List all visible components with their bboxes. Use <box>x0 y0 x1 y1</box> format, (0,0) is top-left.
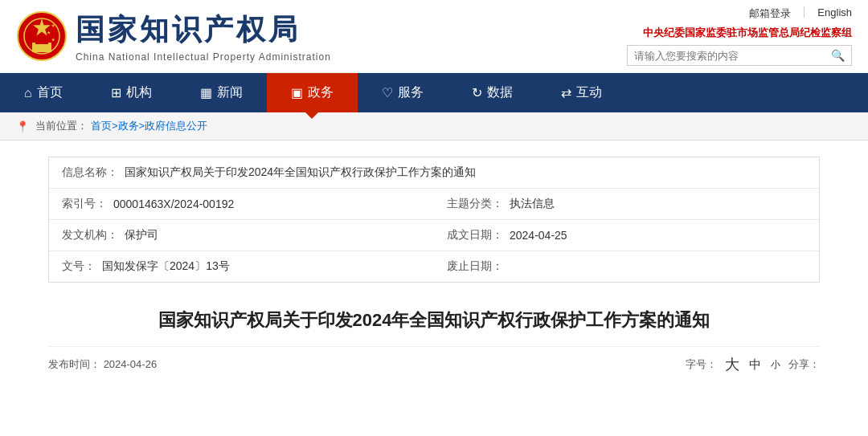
logo-en: China National Intellectual Property Adm… <box>76 51 331 63</box>
info-cell-category: 主题分类： 执法信息 <box>434 189 819 219</box>
nav-label-news: 新闻 <box>217 84 243 101</box>
svg-rect-8 <box>45 39 48 44</box>
breadcrumb-path[interactable]: 首页>政务>政府信息公开 <box>91 119 207 133</box>
nav-item-news[interactable]: ▦ 新闻 <box>176 73 267 112</box>
publish-time-label: 发布时间： <box>48 358 100 370</box>
org-icon: ⊞ <box>111 85 121 100</box>
mailbox-link[interactable]: 邮箱登录 <box>749 6 791 21</box>
org-label: 发文机构： <box>62 228 118 242</box>
category-label: 主题分类： <box>447 197 503 211</box>
main-nav: ⌂ 首页 ⊞ 机构 ▦ 新闻 ▣ 政务 ♡ 服务 ↻ 数据 ⇄ 互动 <box>0 73 868 112</box>
top-notice[interactable]: 中央纪委国家监委驻市场监管总局纪检监察组 <box>643 26 852 40</box>
date-label: 成文日期： <box>447 228 503 242</box>
info-row-org: 发文机构： 保护司 成文日期： 2024-04-25 <box>49 220 819 251</box>
footer-bar: 发布时间： 2024-04-26 字号： 大 中 小 分享： <box>48 346 820 382</box>
logo-emblem-icon <box>16 10 68 62</box>
nav-label-gov: 政务 <box>308 84 334 101</box>
font-medium-button[interactable]: 中 <box>747 357 763 373</box>
info-cell-expire: 废止日期： <box>434 251 819 282</box>
font-size-label: 字号： <box>686 357 717 372</box>
header-right: 邮箱登录 English 中央纪委国家监委驻市场监管总局纪检监察组 🔍 <box>627 6 852 66</box>
service-icon: ♡ <box>382 85 393 100</box>
nav-item-interact[interactable]: ⇄ 互动 <box>537 73 626 112</box>
nav-item-gov[interactable]: ▣ 政务 <box>267 73 358 112</box>
info-row-docnum: 文号： 国知发保字〔2024〕13号 废止日期： <box>49 251 819 282</box>
location-icon: 📍 <box>16 120 29 132</box>
svg-rect-9 <box>39 40 45 44</box>
index-label: 索引号： <box>62 197 107 211</box>
expire-label: 废止日期： <box>447 259 503 274</box>
home-icon: ⌂ <box>24 86 32 100</box>
info-row-index: 索引号： 00001463X/2024-00192 主题分类： 执法信息 <box>49 189 819 220</box>
font-small-button[interactable]: 小 <box>769 358 782 372</box>
nav-label-org: 机构 <box>126 84 152 101</box>
search-box: 🔍 <box>627 45 852 66</box>
interact-icon: ⇄ <box>561 85 571 100</box>
svg-rect-7 <box>35 39 39 44</box>
font-large-button[interactable]: 大 <box>723 355 741 374</box>
info-cell-docnum: 文号： 国知发保字〔2024〕13号 <box>49 251 434 282</box>
doc-num-value: 国知发保字〔2024〕13号 <box>102 259 230 274</box>
publish-time: 发布时间： 2024-04-26 <box>48 357 157 372</box>
news-icon: ▦ <box>200 85 212 100</box>
divider <box>804 6 805 18</box>
logo-cn: 国家知识产权局 <box>76 10 331 50</box>
nav-label-service: 服务 <box>398 84 424 101</box>
breadcrumb: 📍 当前位置： 首页>政务>政府信息公开 <box>0 112 868 141</box>
info-cell-index: 索引号： 00001463X/2024-00192 <box>49 189 434 219</box>
font-controls: 字号： 大 中 小 分享： <box>686 355 820 374</box>
share-label: 分享： <box>788 357 820 372</box>
doc-num-label: 文号： <box>62 259 96 274</box>
index-value: 00001463X/2024-00192 <box>113 198 234 210</box>
date-value: 2024-04-25 <box>510 229 567 242</box>
search-button[interactable]: 🔍 <box>831 49 845 62</box>
breadcrumb-prefix: 当前位置： <box>35 119 88 133</box>
info-title-label: 信息名称： <box>62 165 118 180</box>
site-header: 国家知识产权局 China National Intellectual Prop… <box>0 0 868 73</box>
english-link[interactable]: English <box>817 6 852 21</box>
nav-item-service[interactable]: ♡ 服务 <box>358 73 448 112</box>
info-cell-date: 成文日期： 2024-04-25 <box>434 220 819 251</box>
nav-item-org[interactable]: ⊞ 机构 <box>87 73 176 112</box>
main-content: 信息名称： 国家知识产权局关于印发2024年全国知识产权行政保护工作方案的通知 … <box>0 141 868 398</box>
info-table: 信息名称： 国家知识产权局关于印发2024年全国知识产权行政保护工作方案的通知 … <box>48 157 820 283</box>
logo-text: 国家知识产权局 China National Intellectual Prop… <box>76 10 331 63</box>
org-value: 保护司 <box>125 228 158 242</box>
info-row-title: 信息名称： 国家知识产权局关于印发2024年全国知识产权行政保护工作方案的通知 <box>49 157 819 189</box>
nav-label-home: 首页 <box>37 84 63 101</box>
category-value: 执法信息 <box>510 197 555 211</box>
nav-label-data: 数据 <box>487 84 513 101</box>
logo-area: 国家知识产权局 China National Intellectual Prop… <box>16 10 331 63</box>
gov-icon: ▣ <box>291 85 303 100</box>
nav-item-data[interactable]: ↻ 数据 <box>448 73 537 112</box>
nav-label-interact: 互动 <box>576 84 602 101</box>
search-input[interactable] <box>634 50 831 62</box>
info-title-value: 国家知识产权局关于印发2024年全国知识产权行政保护工作方案的通知 <box>125 165 476 180</box>
data-icon: ↻ <box>472 85 482 100</box>
doc-main-title: 国家知识产权局关于印发2024年全国知识产权行政保护工作方案的通知 <box>48 307 820 333</box>
info-cell-org: 发文机构： 保护司 <box>49 220 434 251</box>
nav-item-home[interactable]: ⌂ 首页 <box>0 73 87 112</box>
publish-time-value: 2024-04-26 <box>104 358 158 370</box>
top-links: 邮箱登录 English <box>749 6 852 21</box>
